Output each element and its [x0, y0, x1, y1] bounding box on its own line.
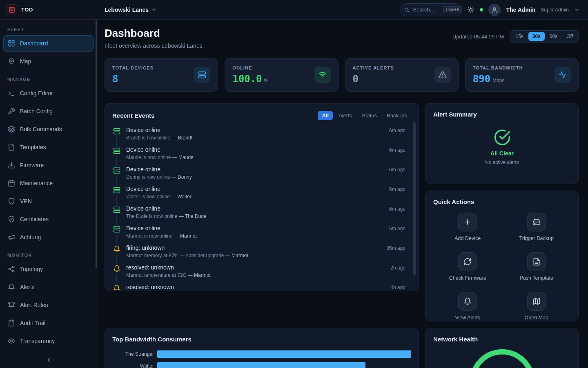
connection-status-dot [480, 8, 483, 11]
stat-label: ACTIVE ALERTS [353, 65, 394, 70]
file-icon [8, 144, 15, 151]
page-subtitle: Fleet overview across Lebowski Lanes [105, 43, 203, 49]
events-tab-alerts[interactable]: Alerts [334, 111, 356, 120]
events-scrollbar[interactable] [413, 122, 416, 276]
sidebar-item-map[interactable]: Map [3, 53, 94, 70]
event-device: — The Dude [179, 213, 207, 219]
quick-action-label: Push Template [520, 275, 553, 281]
sidebar-scrollbar[interactable] [96, 20, 97, 268]
server-icon [113, 206, 120, 213]
event-time: 6m ago [389, 146, 405, 165]
event-row[interactable]: Device online Walter is now online — Wal… [112, 185, 411, 204]
event-device: — Marmot [225, 253, 248, 258]
sidebar-item-batch-config[interactable]: Batch Config [3, 103, 94, 119]
map-icon [527, 292, 546, 311]
events-tab-backups[interactable]: Backups [383, 111, 411, 120]
sidebar-item-topology[interactable]: Topology [3, 261, 94, 277]
event-row[interactable]: Device online Maude is now online — Maud… [112, 146, 411, 165]
event-time: 4h ago [390, 284, 405, 291]
activity-icon [555, 67, 571, 83]
quick-action-open-map[interactable]: Open Map [502, 292, 571, 321]
refresh-option-30s[interactable]: 30s [528, 32, 545, 41]
sidebar-item-alerts[interactable]: Alerts [3, 279, 94, 295]
sidebar-collapse-button[interactable] [0, 351, 98, 368]
events-tab-status[interactable]: Status [358, 111, 381, 120]
sidebar-item-label: Achtung [20, 234, 41, 240]
sidebar-item-maintenance[interactable]: Maintenance [3, 175, 94, 191]
sidebar-item-bulk-commands[interactable]: Bulk Commands [3, 121, 94, 137]
event-detail: Donny is now online — Donny [126, 174, 192, 180]
sidebar-item-certificates[interactable]: Certificates [3, 211, 94, 227]
event-row[interactable]: Device online Donny is now online — Donn… [112, 165, 411, 185]
event-title: Device online [126, 166, 192, 173]
event-row[interactable]: resolved: unknown 4h ago [112, 283, 411, 291]
sidebar-item-label: Topology [20, 266, 43, 272]
sidebar-item-config-editor[interactable]: Config Editor [3, 85, 94, 101]
event-row[interactable]: Device online Marmot is now online — Mar… [112, 224, 411, 244]
sidebar-item-templates[interactable]: Templates [3, 139, 94, 155]
user-menu-chevron-down-icon[interactable] [574, 7, 580, 13]
stat-card-online: ONLINE 100.0 % [225, 58, 338, 92]
page-title: Dashboard [105, 27, 203, 40]
event-time: 6m ago [389, 225, 405, 244]
sidebar-item-transparency[interactable]: Transparency [3, 333, 94, 349]
map-pin-icon [8, 58, 15, 65]
sidebar-item-vpn[interactable]: VPN [3, 193, 94, 209]
event-time: 35m ago [386, 245, 405, 263]
sidebar-item-dashboard[interactable]: Dashboard [3, 35, 94, 52]
event-row[interactable]: resolved: unknown Marmot temperature at … [112, 263, 411, 283]
sidebar-item-firmware[interactable]: Firmware [3, 157, 94, 173]
sidebar-item-label: Transparency [20, 338, 55, 344]
refresh-option-15s[interactable]: 15s [511, 32, 527, 41]
event-row[interactable]: firing: unknown Marmot memory at 87% — c… [112, 244, 411, 263]
stat-value: 8 [112, 73, 118, 85]
search-input[interactable] [413, 7, 440, 13]
event-row[interactable]: Device online The Dude is now online — T… [112, 204, 411, 224]
sidebar-item-achtung[interactable]: Achtung [3, 229, 94, 245]
quick-action-add-device[interactable]: Add Device [433, 213, 502, 241]
quick-action-check-firmware[interactable]: Check Firmware [433, 252, 502, 281]
quick-action-trigger-backup[interactable]: Trigger Backup [502, 213, 571, 241]
bandwidth-device-label: Walter [112, 363, 157, 368]
quick-action-view-alerts[interactable]: View Alerts [433, 292, 502, 321]
network-health-title: Network Health [433, 336, 571, 343]
server-icon [113, 226, 120, 233]
org-switcher[interactable]: Lebowski Lanes [98, 7, 157, 13]
sidebar-item-label: Firmware [20, 162, 44, 168]
badge-check-icon [8, 215, 15, 223]
right-column: Alert Summary All Clear No active alerts… [425, 103, 579, 368]
nav-section-label-manage: Manage [3, 71, 94, 85]
layers-icon [8, 126, 15, 133]
event-device: — Donny [172, 174, 192, 180]
clipboard-icon [8, 319, 15, 327]
server-icon [113, 186, 120, 194]
network-health-gauge [470, 349, 535, 368]
sidebar-item-audit-trail[interactable]: Audit Trail [3, 315, 94, 331]
shield-icon [8, 197, 15, 205]
event-device: — Walter [171, 194, 192, 200]
quick-actions-panel: Quick Actions Add Device Trigger Backup … [425, 191, 579, 321]
sidebar-item-label: Maintenance [20, 180, 53, 186]
bell-ring-icon [8, 301, 15, 309]
sidebar-item-label: Map [20, 58, 31, 65]
check-circle-icon [494, 129, 511, 146]
event-row[interactable]: Device online Brandt is now online — Bra… [112, 126, 411, 146]
sidebar-item-alert-rules[interactable]: Alert Rules [3, 297, 94, 313]
avatar[interactable] [488, 4, 501, 16]
bandwidth-title: Top Bandwidth Consumers [112, 336, 411, 343]
event-detail: Marmot temperature at 72C — Marmot [126, 272, 211, 278]
theme-toggle-sun-icon[interactable] [467, 6, 474, 13]
stat-value: 890 [473, 73, 490, 85]
refresh-option-60s[interactable]: 60s [546, 32, 561, 41]
grid-icon [8, 40, 15, 47]
eye-icon [8, 337, 15, 345]
search-box[interactable]: Cmd+K [400, 3, 462, 16]
refresh-option-off[interactable]: Off [562, 32, 577, 41]
wrench-icon [8, 108, 15, 115]
quick-action-push-template[interactable]: Push Template [502, 252, 571, 281]
megaphone-icon [8, 233, 15, 241]
terminal-icon [8, 90, 15, 97]
sidebar-item-label: VPN [20, 198, 32, 204]
events-tab-all[interactable]: All [318, 111, 333, 120]
bell-icon [113, 285, 120, 291]
